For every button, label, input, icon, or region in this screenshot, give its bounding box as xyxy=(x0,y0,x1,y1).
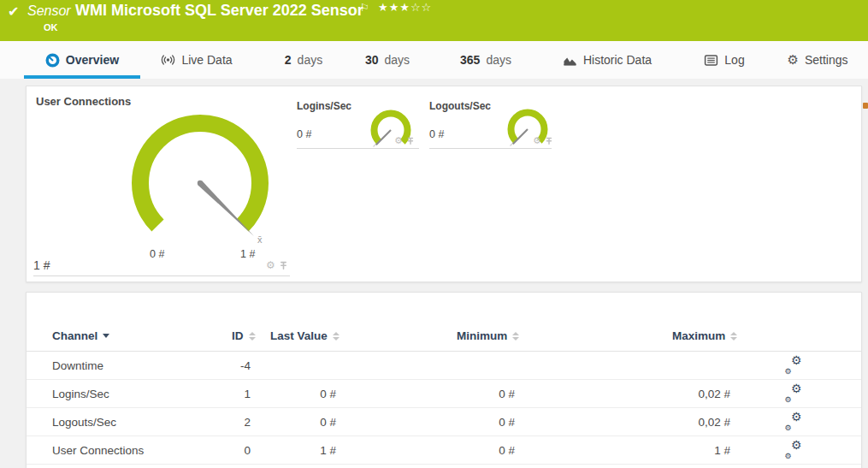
channel-minimum xyxy=(429,352,515,380)
column-header-minimum[interactable]: Minimum xyxy=(457,320,519,352)
sensor-title: WMI Microsoft SQL Server 2022 Sensor xyxy=(75,2,363,20)
logins-gauge-title: Logins/Sec xyxy=(297,100,351,112)
channel-settings-button[interactable]: ⚙⚙ xyxy=(782,436,803,465)
channel-settings-button[interactable]: ⚙⚙ xyxy=(782,408,803,436)
column-label: Channel xyxy=(52,329,97,342)
sort-icon xyxy=(512,332,519,341)
channel-maximum: 0,02 # xyxy=(619,408,730,436)
tab-label: days xyxy=(385,53,410,67)
column-label: Maximum xyxy=(672,329,725,342)
gauge-max-label: 1 # xyxy=(240,248,255,260)
table-header-row: Channel ID Last Value Minimum Maximum xyxy=(27,320,861,352)
tab-bar: Overview Live Data 2days 30days 365days … xyxy=(0,41,868,79)
broadcast-icon xyxy=(161,53,175,67)
tab-historic-data[interactable]: Historic Data xyxy=(556,41,658,79)
priority-stars[interactable]: ★★★☆☆ xyxy=(378,1,432,14)
tab-number: 2 xyxy=(285,53,292,67)
channel-last-value: 0 # xyxy=(259,380,336,408)
logins-gauge[interactable] xyxy=(367,108,415,152)
column-header-last-value[interactable]: Last Value xyxy=(270,320,340,352)
table-row-user-connections[interactable]: User Connections 0 1 # 0 # 1 # ⚙⚙ xyxy=(27,436,861,465)
user-connections-gauge[interactable] xyxy=(119,102,281,249)
tab-label: Live Data xyxy=(181,53,232,67)
gear-icon[interactable]: ⚙ xyxy=(266,260,275,270)
tab-label: Historic Data xyxy=(583,53,652,67)
tab-settings[interactable]: ⚙ Settings xyxy=(782,41,853,79)
logins-gauge-tools: ⚙ xyxy=(394,136,415,145)
logins-gauge-value: 0 # xyxy=(297,128,311,140)
column-label: Last Value xyxy=(270,329,328,342)
table-row-downtime[interactable]: Downtime -4 ⚙⚙ xyxy=(27,352,861,380)
channel-id: 0 xyxy=(182,436,251,465)
tab-30-days[interactable]: 30days xyxy=(357,41,417,79)
sort-icon xyxy=(730,332,737,341)
sort-icon xyxy=(249,332,256,341)
channel-last-value xyxy=(259,352,336,380)
primary-gauge-tools: ⚙ xyxy=(266,260,288,270)
column-header-maximum[interactable]: Maximum xyxy=(672,320,737,352)
gauges-panel: User Connections x̄ 0 # 1 # 1 # ⚙ Logins… xyxy=(26,86,862,282)
channels-panel: Channel ID Last Value Minimum Maximum xyxy=(26,292,862,468)
channel-settings-icon: ⚙⚙ xyxy=(785,443,801,458)
gear-icon[interactable]: ⚙ xyxy=(394,136,403,145)
channel-id: -4 xyxy=(182,352,251,380)
log-icon xyxy=(704,54,718,67)
channel-name[interactable]: Logins/Sec xyxy=(52,380,109,408)
channel-id: 2 xyxy=(182,408,251,436)
pin-icon[interactable] xyxy=(406,137,415,145)
channel-settings-button[interactable]: ⚙⚙ xyxy=(782,352,803,380)
table-row-logouts-sec[interactable]: Logouts/Sec 2 0 # 0 # 0,02 # ⚙⚙ xyxy=(27,408,861,436)
prtg-sensor-page: ✔ Sensor WMI Microsoft SQL Server 2022 S… xyxy=(0,0,868,468)
gauge-min-label: 0 # xyxy=(150,248,164,260)
table-row-logins-sec[interactable]: Logins/Sec 1 0 # 0 # 0,02 # ⚙⚙ xyxy=(27,380,861,408)
sort-icon xyxy=(333,332,340,341)
flag-icon[interactable]: ⚐ xyxy=(360,2,369,14)
tab-2-days[interactable]: 2days xyxy=(275,41,332,79)
column-label: Minimum xyxy=(457,329,507,342)
divider xyxy=(33,275,290,276)
tab-label: days xyxy=(486,53,511,67)
channel-name[interactable]: User Connections xyxy=(52,436,144,465)
channel-settings-button[interactable]: ⚙⚙ xyxy=(782,380,803,408)
object-kind-label: Sensor xyxy=(27,3,71,19)
tab-overview[interactable]: Overview xyxy=(24,41,140,79)
sensor-header: ✔ Sensor WMI Microsoft SQL Server 2022 S… xyxy=(0,0,868,41)
channel-minimum: 0 # xyxy=(429,436,515,465)
channel-name[interactable]: Downtime xyxy=(52,352,103,380)
table-body: Downtime -4 ⚙⚙ Logins/Sec 1 0 # 0 # 0,02… xyxy=(27,352,861,465)
cutoff-tab-icon xyxy=(863,103,868,109)
column-header-id[interactable]: ID xyxy=(232,320,256,352)
channel-name[interactable]: Logouts/Sec xyxy=(52,408,116,436)
pin-icon[interactable] xyxy=(545,137,553,145)
tab-label: Overview xyxy=(66,53,119,67)
sort-desc-icon xyxy=(103,334,109,338)
pin-icon[interactable] xyxy=(279,261,288,270)
status-badge: OK xyxy=(44,22,58,33)
logouts-gauge-value: 0 # xyxy=(429,128,444,140)
tab-number: 30 xyxy=(365,53,379,67)
channel-settings-icon: ⚙⚙ xyxy=(785,387,801,401)
channel-minimum: 0 # xyxy=(429,408,515,436)
status-check-icon: ✔ xyxy=(8,3,19,20)
tab-label: Log xyxy=(724,53,744,67)
tab-label: days xyxy=(298,53,323,67)
tab-log[interactable]: Log xyxy=(698,41,751,79)
gauge-icon xyxy=(45,53,60,68)
channel-minimum: 0 # xyxy=(429,380,515,408)
tab-365-days[interactable]: 365days xyxy=(452,41,520,79)
channel-last-value: 1 # xyxy=(259,436,336,465)
primary-gauge-value: 1 # xyxy=(33,258,50,272)
tab-label: Settings xyxy=(805,53,848,67)
column-label: ID xyxy=(232,329,244,342)
gear-icon[interactable]: ⚙ xyxy=(533,136,541,145)
channel-maximum: 1 # xyxy=(619,436,730,465)
tab-number: 365 xyxy=(460,53,480,67)
divider xyxy=(297,148,419,149)
area-chart-icon xyxy=(563,54,577,67)
channel-maximum xyxy=(619,352,730,380)
gear-icon: ⚙ xyxy=(787,52,798,68)
primary-gauge-title: User Connections xyxy=(36,95,131,108)
column-header-channel[interactable]: Channel xyxy=(52,320,109,352)
tab-live-data[interactable]: Live Data xyxy=(154,41,239,79)
channel-settings-icon: ⚙⚙ xyxy=(785,358,801,373)
